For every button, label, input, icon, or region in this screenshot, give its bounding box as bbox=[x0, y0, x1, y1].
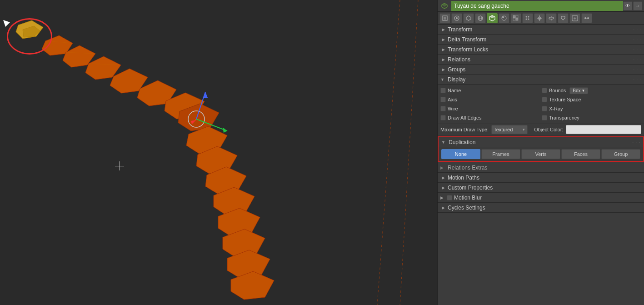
delta-dots: · · · bbox=[633, 37, 641, 42]
xray-label: X-Ray bbox=[549, 106, 563, 111]
groups-label: Groups bbox=[448, 66, 465, 73]
topbar-icons: 👁 → bbox=[623, 1, 642, 10]
cycles-settings-section[interactable]: ▶ Cycles Settings · · · bbox=[438, 203, 644, 213]
check-draw-all-edges[interactable]: Draw All Edges bbox=[440, 114, 540, 122]
svg-rect-33 bbox=[444, 17, 446, 20]
relations-section[interactable]: ▶ Relations · · · bbox=[438, 55, 644, 65]
display-col-right: Bounds Box ▼ Texture Space X-Ray bbox=[542, 86, 641, 122]
svg-point-48 bbox=[526, 16, 527, 17]
custom-props-dots: · · · bbox=[633, 185, 641, 190]
svg-rect-45 bbox=[516, 15, 518, 18]
texture-space-label: Texture Space bbox=[549, 97, 581, 102]
display-col-left: Name Axis Wire Draw All Edges bbox=[440, 86, 540, 122]
obj-color-swatch[interactable] bbox=[566, 125, 641, 134]
draw-all-edges-label: Draw All Edges bbox=[448, 115, 482, 120]
material-icon[interactable] bbox=[499, 13, 509, 23]
constraints-icon[interactable] bbox=[546, 13, 557, 23]
world-icon[interactable] bbox=[475, 13, 486, 23]
dup-btn-group[interactable]: Group bbox=[601, 149, 640, 159]
motion-blur-arrow: ▶ bbox=[440, 195, 446, 200]
dup-btn-frames[interactable]: Frames bbox=[481, 149, 520, 159]
custom-properties-section[interactable]: ▶ Custom Properties · · · bbox=[438, 183, 644, 193]
transparency-label: Transparency bbox=[549, 115, 579, 120]
motion-blur-checkbox[interactable] bbox=[447, 195, 452, 200]
svg-point-43 bbox=[502, 16, 504, 18]
duplication-header[interactable]: ▼ Duplication · · · bbox=[439, 137, 643, 147]
relations-extras-dots: · · · bbox=[635, 165, 641, 170]
check-axis[interactable]: Axis bbox=[440, 95, 540, 104]
check-transparency[interactable]: Transparency bbox=[542, 114, 641, 122]
display-label: Display bbox=[448, 76, 465, 83]
cycles-settings-label: Cycles Settings bbox=[448, 205, 485, 211]
visibility-icon[interactable]: 👁 bbox=[623, 1, 632, 10]
xray-checkbox[interactable] bbox=[542, 106, 547, 111]
relations-label: Relations bbox=[448, 56, 470, 63]
delta-transform-label: Delta Transform bbox=[448, 36, 486, 43]
svg-point-35 bbox=[456, 17, 458, 19]
display-header[interactable]: ▼ Display · · · bbox=[438, 75, 644, 85]
bounds-dropdown[interactable]: Box ▼ bbox=[569, 87, 588, 94]
max-draw-type-select[interactable]: Textured ▼ bbox=[491, 125, 528, 134]
scene-icon[interactable] bbox=[463, 13, 474, 23]
object-name[interactable]: Tuyau de sang gauche bbox=[451, 1, 623, 11]
transform-arrow: ▶ bbox=[440, 27, 446, 32]
svg-point-61 bbox=[584, 17, 586, 19]
transform-locks-section[interactable]: ▶ Transform Locks · · · bbox=[438, 45, 644, 55]
check-texture-space[interactable]: Texture Space bbox=[542, 95, 641, 104]
wire-checkbox[interactable] bbox=[440, 106, 446, 111]
dup-btn-none[interactable]: None bbox=[441, 149, 480, 159]
viewport bbox=[0, 0, 437, 305]
transparency-checkbox[interactable] bbox=[542, 115, 547, 120]
svg-point-50 bbox=[526, 18, 527, 20]
relations-extras-section[interactable]: ▶ Relations Extras · · · bbox=[438, 163, 644, 173]
relations-arrow: ▶ bbox=[440, 57, 446, 62]
display-section: ▼ Display · · · Name Axis bbox=[438, 75, 644, 135]
check-name[interactable]: Name bbox=[440, 86, 540, 95]
physics-icon[interactable] bbox=[534, 13, 545, 23]
relations-dots: · · · bbox=[633, 57, 641, 62]
check-bounds[interactable]: Bounds Box ▼ bbox=[542, 86, 641, 95]
properties-panel: Tuyau de sang gauche 👁 → bbox=[437, 0, 644, 305]
transform-dots: · · · bbox=[633, 27, 641, 32]
max-draw-type-label: Maximum Draw Type: bbox=[440, 127, 489, 132]
name-checkbox[interactable] bbox=[440, 88, 446, 93]
modifiers-icon[interactable] bbox=[558, 13, 569, 23]
dup-btn-faces[interactable]: Faces bbox=[561, 149, 600, 159]
draw-type-arrow: ▼ bbox=[522, 128, 525, 132]
svg-marker-41 bbox=[489, 15, 495, 18]
render-icon[interactable] bbox=[451, 13, 462, 23]
svg-rect-44 bbox=[513, 15, 515, 18]
svg-rect-55 bbox=[549, 17, 554, 19]
texture-icon[interactable] bbox=[510, 13, 521, 23]
texture-space-checkbox[interactable] bbox=[542, 97, 547, 102]
particles-icon[interactable] bbox=[522, 13, 533, 23]
groups-section[interactable]: ▶ Groups · · · bbox=[438, 65, 644, 75]
motion-paths-dots: · · · bbox=[633, 175, 641, 180]
axis-checkbox[interactable] bbox=[440, 97, 446, 102]
motion-blur-section[interactable]: ▶ Motion Blur · · · bbox=[438, 193, 644, 203]
arrow-icon[interactable]: → bbox=[633, 1, 642, 10]
object-props-icon[interactable] bbox=[439, 13, 450, 23]
bounds-dropdown-arrow: ▼ bbox=[582, 89, 585, 93]
motion-paths-label: Motion Paths bbox=[448, 175, 479, 181]
svg-point-49 bbox=[528, 16, 529, 17]
display-arrow: ▼ bbox=[440, 77, 446, 82]
delta-transform-section[interactable]: ▶ Delta Transform · · · bbox=[438, 35, 644, 45]
motion-paths-section[interactable]: ▶ Motion Paths · · · bbox=[438, 173, 644, 183]
dup-btn-verts[interactable]: Verts bbox=[521, 149, 560, 159]
svg-point-51 bbox=[528, 18, 529, 20]
transform-label: Transform bbox=[448, 26, 472, 33]
extra-icon2[interactable] bbox=[581, 13, 592, 23]
transform-section[interactable]: ▶ Transform · · · bbox=[438, 25, 644, 35]
bounds-checkbox[interactable] bbox=[542, 88, 547, 93]
object-data-icon[interactable] bbox=[487, 13, 498, 23]
draw-all-edges-checkbox[interactable] bbox=[440, 115, 446, 120]
check-wire[interactable]: Wire bbox=[440, 105, 540, 113]
svg-rect-47 bbox=[516, 18, 518, 20]
check-xray[interactable]: X-Ray bbox=[542, 105, 641, 113]
panel-topbar: Tuyau de sang gauche 👁 → bbox=[438, 0, 644, 12]
icon-toolbar bbox=[438, 12, 644, 25]
svg-marker-31 bbox=[442, 3, 447, 7]
extra-icon1[interactable] bbox=[569, 13, 580, 23]
max-draw-type-value: Textured bbox=[494, 127, 513, 132]
